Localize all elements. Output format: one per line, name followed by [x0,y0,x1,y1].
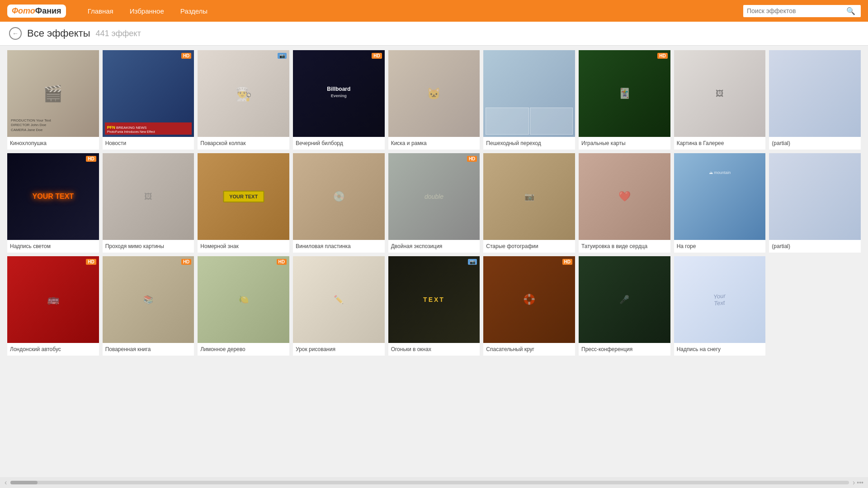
effect-card[interactable]: double HD Двойная экспозиция [388,153,480,253]
effect-thumb-inner: 🃏 HD [579,50,670,137]
effect-card[interactable]: 🖼 Картина в Галерее [674,50,766,150]
effect-label: Поварской колпак [198,137,289,150]
effect-card[interactable]: 🚌 HD Лондонский автобус [7,256,99,356]
effect-card[interactable]: TEXT 📷 Огоньки в окнах [388,256,480,356]
effect-card[interactable]: 🎤 Пресс-конференция [579,256,670,356]
effect-card[interactable]: 🍋 HD Лимонное дерево [198,256,289,356]
effect-card[interactable]: (partial) [769,153,861,253]
effect-label: Новости [103,137,194,150]
effect-label: Лондонский автобус [7,343,99,356]
effect-card[interactable]: 🃏 HD Игральные карты [579,50,670,150]
effect-card[interactable]: ⛰ mountain На горе [674,153,766,253]
search-area[interactable]: 🔍 [743,5,861,17]
effect-thumbnail: double HD [388,153,480,240]
effect-label: (partial) [769,240,861,253]
effect-card[interactable]: PFN BREAKING NEWSPhotoFunia Introduces N… [103,50,194,150]
page-title: Все эффекты [27,28,90,39]
effect-thumbnail: PFN BREAKING NEWSPhotoFunia Introduces N… [103,50,194,137]
effect-thumbnail: ❤️ [579,153,670,240]
effect-label: Киска и рамка [388,137,480,150]
effect-thumb-inner: 🐱 [388,50,480,137]
effect-card[interactable]: 💿 Виниловая пластинка [293,153,385,253]
effect-thumbnail: 🃏 HD [579,50,670,137]
effect-card[interactable]: YOUR TEXT Номерной знак [198,153,289,253]
effect-card[interactable]: 🐱 Киска и рамка [388,50,480,150]
effect-thumb-inner: 💿 [293,153,385,240]
effect-thumb-inner [769,153,861,240]
effect-card[interactable]: ✏️ Урок рисования [293,256,385,356]
effect-thumbnail: 💿 [293,153,385,240]
effect-thumbnail: 🖼 [103,153,194,240]
header: ФотоФания Главная Избранное Разделы 🔍 [0,0,868,22]
effect-thumbnail: 🍋 HD [198,256,289,343]
badge-hd: HD [86,259,96,265]
effect-thumbnail: BillboardEvening HD [293,50,385,137]
effect-label: Виниловая пластинка [293,240,385,253]
effect-label: Поваренная книга [103,343,194,356]
effect-card[interactable]: ❤️ Татуировка в виде сердца [579,153,670,253]
effect-thumb-inner [769,50,861,137]
effect-card[interactable]: 👨‍🍳 📷 Поварской колпак [198,50,289,150]
effect-thumb-inner: 👨‍🍳 📷 [198,50,289,137]
effect-thumbnail: 🚌 HD [7,256,99,343]
effect-thumbnail: YourText [674,256,766,343]
nav-sections[interactable]: Разделы [172,0,216,22]
effect-card[interactable]: YOUR TEXT HD Надпись светом [7,153,99,253]
effect-thumb-inner: ❤️ [579,153,670,240]
effect-card[interactable]: 📚 HD Поваренная книга [103,256,194,356]
scroll-left-button[interactable]: ‹ [5,479,7,487]
scroll-dots: ••• [857,479,863,486]
effect-label: (partial) [769,137,861,150]
effect-count: 441 эффект [95,29,141,38]
effect-thumbnail: 👨‍🍳 📷 [198,50,289,137]
search-input[interactable] [747,7,846,14]
effect-label: Татуировка в виде сердца [579,240,670,253]
nav-home[interactable]: Главная [80,0,122,22]
effect-card[interactable]: 📷 Старые фотографии [483,153,575,253]
effect-label: Спасательный круг [483,343,575,356]
effect-thumbnail [769,153,861,240]
effect-label: Картина в Галерее [674,137,766,150]
effect-thumbnail: 📷 [483,153,575,240]
effect-thumb-inner: 🛟 HD [483,256,575,343]
effect-thumb-inner: double HD [388,153,480,240]
effect-card[interactable]: 🖼 Проходя мимо картины [103,153,194,253]
badge-camera: 📷 [278,53,287,59]
badge-hd: HD [467,156,477,162]
effect-thumbnail: ✏️ [293,256,385,343]
effect-card[interactable]: 🎬PRODUCTION Your TextDIRECTOR John DoeCA… [7,50,99,150]
effect-thumbnail: YOUR TEXT [198,153,289,240]
scroll-right-button[interactable]: › [853,479,855,487]
scroll-thumb[interactable] [10,481,38,484]
effect-label: Пешеходный переход [483,137,575,150]
effect-card[interactable]: 🛟 HD Спасательный круг [483,256,575,356]
back-button[interactable]: ← [9,27,22,40]
effect-thumb-inner: 🚌 HD [7,256,99,343]
effect-thumbnail: 🛟 HD [483,256,575,343]
scroll-track[interactable] [10,481,849,484]
search-icon[interactable]: 🔍 [846,7,855,15]
effect-card[interactable]: BillboardEvening HD Вечерний билборд [293,50,385,150]
effect-label: Надпись на снегу [674,343,766,356]
effect-thumb-inner: 🍋 HD [198,256,289,343]
effect-label: Надпись светом [7,240,99,253]
effect-thumbnail [483,50,575,137]
badge-hd: HD [372,53,382,59]
effect-thumb-inner: YOUR TEXT HD [7,153,99,240]
effect-card[interactable]: (partial) [769,50,861,150]
effect-card[interactable]: Пешеходный переход [483,50,575,150]
effect-thumb-inner: 📷 [483,153,575,240]
effect-thumb-inner [483,50,575,137]
effect-thumb-inner: PFN BREAKING NEWSPhotoFunia Introduces N… [103,50,194,137]
scrollbar: ‹ › ••• [0,477,868,488]
effect-card[interactable]: YourText Надпись на снегу [674,256,766,356]
badge-hd: HD [277,259,287,265]
effect-thumb-inner: ✏️ [293,256,385,343]
effect-thumb-inner: YOUR TEXT [198,153,289,240]
nav-favorites[interactable]: Избранное [122,0,172,22]
effect-label: Лимонное дерево [198,343,289,356]
logo[interactable]: ФотоФания [7,5,66,18]
effect-label: На горе [674,240,766,253]
effect-label: Кинохлопушка [7,137,99,150]
effect-thumbnail: ⛰ mountain [674,153,766,240]
